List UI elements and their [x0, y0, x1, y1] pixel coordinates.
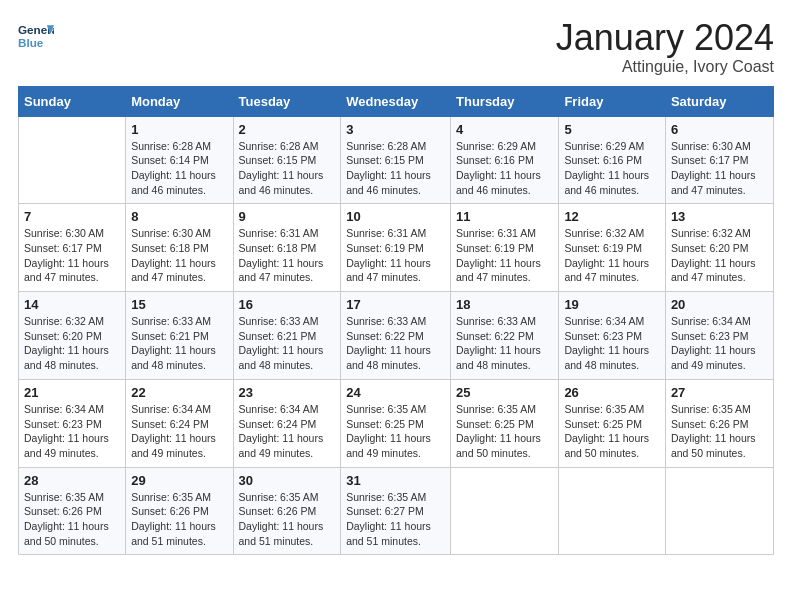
weekday-header-saturday: Saturday: [665, 86, 773, 116]
day-info: Sunrise: 6:35 AMSunset: 6:25 PMDaylight:…: [346, 402, 445, 461]
day-cell: 10Sunrise: 6:31 AMSunset: 6:19 PMDayligh…: [341, 204, 451, 292]
day-number: 11: [456, 209, 553, 224]
day-info: Sunrise: 6:30 AMSunset: 6:18 PMDaylight:…: [131, 226, 227, 285]
day-cell: 4Sunrise: 6:29 AMSunset: 6:16 PMDaylight…: [451, 116, 559, 204]
day-info: Sunrise: 6:30 AMSunset: 6:17 PMDaylight:…: [671, 139, 768, 198]
day-info: Sunrise: 6:35 AMSunset: 6:25 PMDaylight:…: [564, 402, 660, 461]
header: General Blue January 2024 Attinguie, Ivo…: [18, 18, 774, 76]
week-row-4: 21Sunrise: 6:34 AMSunset: 6:23 PMDayligh…: [19, 379, 774, 467]
day-info: Sunrise: 6:35 AMSunset: 6:27 PMDaylight:…: [346, 490, 445, 549]
day-info: Sunrise: 6:31 AMSunset: 6:18 PMDaylight:…: [239, 226, 336, 285]
day-cell: 23Sunrise: 6:34 AMSunset: 6:24 PMDayligh…: [233, 379, 341, 467]
weekday-header-monday: Monday: [126, 86, 233, 116]
day-info: Sunrise: 6:34 AMSunset: 6:24 PMDaylight:…: [239, 402, 336, 461]
day-number: 16: [239, 297, 336, 312]
day-cell: [451, 467, 559, 555]
day-info: Sunrise: 6:33 AMSunset: 6:21 PMDaylight:…: [239, 314, 336, 373]
day-info: Sunrise: 6:28 AMSunset: 6:15 PMDaylight:…: [239, 139, 336, 198]
day-info: Sunrise: 6:35 AMSunset: 6:26 PMDaylight:…: [24, 490, 120, 549]
day-info: Sunrise: 6:33 AMSunset: 6:21 PMDaylight:…: [131, 314, 227, 373]
logo-icon: General Blue: [18, 18, 54, 54]
day-cell: 28Sunrise: 6:35 AMSunset: 6:26 PMDayligh…: [19, 467, 126, 555]
day-number: 21: [24, 385, 120, 400]
day-cell: 7Sunrise: 6:30 AMSunset: 6:17 PMDaylight…: [19, 204, 126, 292]
day-number: 18: [456, 297, 553, 312]
day-number: 10: [346, 209, 445, 224]
day-number: 4: [456, 122, 553, 137]
day-info: Sunrise: 6:34 AMSunset: 6:23 PMDaylight:…: [671, 314, 768, 373]
day-number: 6: [671, 122, 768, 137]
day-info: Sunrise: 6:28 AMSunset: 6:15 PMDaylight:…: [346, 139, 445, 198]
day-number: 13: [671, 209, 768, 224]
day-cell: 11Sunrise: 6:31 AMSunset: 6:19 PMDayligh…: [451, 204, 559, 292]
day-cell: 31Sunrise: 6:35 AMSunset: 6:27 PMDayligh…: [341, 467, 451, 555]
day-number: 24: [346, 385, 445, 400]
day-number: 5: [564, 122, 660, 137]
day-cell: 27Sunrise: 6:35 AMSunset: 6:26 PMDayligh…: [665, 379, 773, 467]
day-cell: 1Sunrise: 6:28 AMSunset: 6:14 PMDaylight…: [126, 116, 233, 204]
day-number: 19: [564, 297, 660, 312]
day-info: Sunrise: 6:34 AMSunset: 6:24 PMDaylight:…: [131, 402, 227, 461]
day-cell: 20Sunrise: 6:34 AMSunset: 6:23 PMDayligh…: [665, 292, 773, 380]
day-cell: 29Sunrise: 6:35 AMSunset: 6:26 PMDayligh…: [126, 467, 233, 555]
day-cell: [665, 467, 773, 555]
day-info: Sunrise: 6:31 AMSunset: 6:19 PMDaylight:…: [456, 226, 553, 285]
day-info: Sunrise: 6:32 AMSunset: 6:20 PMDaylight:…: [671, 226, 768, 285]
day-cell: 30Sunrise: 6:35 AMSunset: 6:26 PMDayligh…: [233, 467, 341, 555]
day-number: 12: [564, 209, 660, 224]
day-number: 8: [131, 209, 227, 224]
day-cell: 5Sunrise: 6:29 AMSunset: 6:16 PMDaylight…: [559, 116, 666, 204]
day-info: Sunrise: 6:35 AMSunset: 6:26 PMDaylight:…: [671, 402, 768, 461]
day-info: Sunrise: 6:29 AMSunset: 6:16 PMDaylight:…: [456, 139, 553, 198]
day-info: Sunrise: 6:31 AMSunset: 6:19 PMDaylight:…: [346, 226, 445, 285]
day-cell: 15Sunrise: 6:33 AMSunset: 6:21 PMDayligh…: [126, 292, 233, 380]
day-info: Sunrise: 6:33 AMSunset: 6:22 PMDaylight:…: [456, 314, 553, 373]
weekday-header-row: SundayMondayTuesdayWednesdayThursdayFrid…: [19, 86, 774, 116]
day-number: 27: [671, 385, 768, 400]
day-cell: 14Sunrise: 6:32 AMSunset: 6:20 PMDayligh…: [19, 292, 126, 380]
day-cell: 12Sunrise: 6:32 AMSunset: 6:19 PMDayligh…: [559, 204, 666, 292]
day-info: Sunrise: 6:33 AMSunset: 6:22 PMDaylight:…: [346, 314, 445, 373]
day-number: 25: [456, 385, 553, 400]
location-subtitle: Attinguie, Ivory Coast: [556, 58, 774, 76]
weekday-header-thursday: Thursday: [451, 86, 559, 116]
day-info: Sunrise: 6:35 AMSunset: 6:25 PMDaylight:…: [456, 402, 553, 461]
day-number: 31: [346, 473, 445, 488]
logo: General Blue: [18, 18, 54, 54]
day-cell: 8Sunrise: 6:30 AMSunset: 6:18 PMDaylight…: [126, 204, 233, 292]
day-number: 3: [346, 122, 445, 137]
day-cell: 24Sunrise: 6:35 AMSunset: 6:25 PMDayligh…: [341, 379, 451, 467]
day-number: 30: [239, 473, 336, 488]
day-number: 26: [564, 385, 660, 400]
day-number: 9: [239, 209, 336, 224]
day-cell: 2Sunrise: 6:28 AMSunset: 6:15 PMDaylight…: [233, 116, 341, 204]
day-cell: 13Sunrise: 6:32 AMSunset: 6:20 PMDayligh…: [665, 204, 773, 292]
day-cell: 22Sunrise: 6:34 AMSunset: 6:24 PMDayligh…: [126, 379, 233, 467]
day-cell: 26Sunrise: 6:35 AMSunset: 6:25 PMDayligh…: [559, 379, 666, 467]
week-row-5: 28Sunrise: 6:35 AMSunset: 6:26 PMDayligh…: [19, 467, 774, 555]
day-number: 23: [239, 385, 336, 400]
weekday-header-friday: Friday: [559, 86, 666, 116]
day-info: Sunrise: 6:32 AMSunset: 6:20 PMDaylight:…: [24, 314, 120, 373]
day-number: 7: [24, 209, 120, 224]
day-cell: 6Sunrise: 6:30 AMSunset: 6:17 PMDaylight…: [665, 116, 773, 204]
title-area: January 2024 Attinguie, Ivory Coast: [556, 18, 774, 76]
day-info: Sunrise: 6:34 AMSunset: 6:23 PMDaylight:…: [24, 402, 120, 461]
week-row-3: 14Sunrise: 6:32 AMSunset: 6:20 PMDayligh…: [19, 292, 774, 380]
day-info: Sunrise: 6:30 AMSunset: 6:17 PMDaylight:…: [24, 226, 120, 285]
day-cell: 19Sunrise: 6:34 AMSunset: 6:23 PMDayligh…: [559, 292, 666, 380]
day-cell: 16Sunrise: 6:33 AMSunset: 6:21 PMDayligh…: [233, 292, 341, 380]
day-cell: 25Sunrise: 6:35 AMSunset: 6:25 PMDayligh…: [451, 379, 559, 467]
day-info: Sunrise: 6:35 AMSunset: 6:26 PMDaylight:…: [239, 490, 336, 549]
day-cell: 18Sunrise: 6:33 AMSunset: 6:22 PMDayligh…: [451, 292, 559, 380]
day-number: 28: [24, 473, 120, 488]
svg-text:Blue: Blue: [18, 36, 44, 49]
weekday-header-sunday: Sunday: [19, 86, 126, 116]
day-info: Sunrise: 6:35 AMSunset: 6:26 PMDaylight:…: [131, 490, 227, 549]
weekday-header-wednesday: Wednesday: [341, 86, 451, 116]
day-cell: 9Sunrise: 6:31 AMSunset: 6:18 PMDaylight…: [233, 204, 341, 292]
day-number: 29: [131, 473, 227, 488]
day-cell: [559, 467, 666, 555]
day-info: Sunrise: 6:28 AMSunset: 6:14 PMDaylight:…: [131, 139, 227, 198]
day-number: 1: [131, 122, 227, 137]
